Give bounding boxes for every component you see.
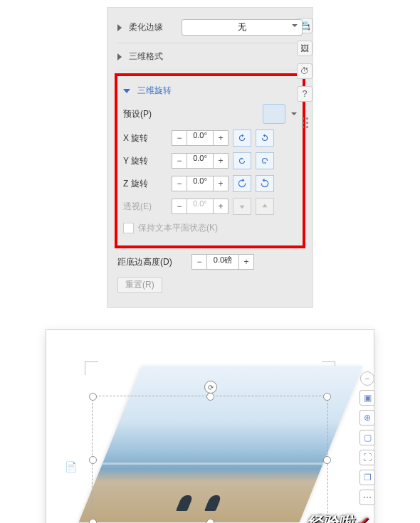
preset-label: 预设(P) [123,108,169,120]
resize-handle-bl[interactable] [89,519,97,523]
watermark-text: 经验啦 [307,514,354,523]
rotate-handle-icon[interactable]: ⟳ [204,381,217,393]
preset-row: 预设(P) [123,101,297,127]
y-plus-button[interactable]: + [213,153,229,169]
resize-handle-tl[interactable] [89,393,97,401]
checkmark-icon: ✓ [355,514,368,523]
format-panel: 📇 🖼 ⏱ ? 柔化边缘 无 三维格式 三维旋转 预设(P) [107,7,313,308]
resize-handle-tm[interactable] [206,393,214,401]
z-rotation-row: Z 旋转 − 0.0° + [123,172,297,195]
document-icon[interactable]: 📄 [65,461,77,472]
perspective-plus-button: + [213,199,229,214]
perspective-row: 透视(E) − 0.0° + [123,195,297,218]
keep-text-flat-label: 保持文本平面状态(K) [138,222,218,234]
perspective-up-button [256,198,274,215]
select-button[interactable]: ⛶ [359,450,375,465]
resize-handle-mr[interactable] [323,456,331,464]
y-rotate-down-button[interactable] [256,152,274,169]
document-canvas: 📄 ⟳ − ▣ ⊕ ▢ ⛶ ❐ ⋯ 经验啦✓ jingyanla.com [46,329,374,523]
keep-text-flat-checkbox [123,223,134,233]
x-rotate-left-button[interactable] [233,130,251,147]
perspective-minus-button: − [172,199,187,214]
x-rotation-input[interactable]: 0.0° [187,130,213,146]
soft-edges-value: 无 [238,22,246,32]
drag-handle-icon[interactable] [302,117,308,128]
chevron-right-icon [117,53,122,60]
soft-edges-label: 柔化边缘 [129,21,163,33]
soft-edges-dropdown[interactable]: 无 [182,19,303,36]
duplicate-button[interactable]: ❐ [359,470,375,485]
section-3d-rotation[interactable]: 三维旋转 [123,80,297,101]
x-rotate-right-button[interactable] [256,130,274,147]
section-3d-format[interactable]: 三维格式 [117,46,303,67]
perspective-label: 透视(E) [123,201,169,213]
section-soft-edges[interactable]: 柔化边缘 无 [117,15,303,40]
more-button[interactable]: ⋯ [359,490,375,505]
fit-button[interactable]: ▣ [359,390,375,406]
selection-bounds[interactable]: ⟳ [92,396,328,523]
y-rotation-row: Y 旋转 − 0.0° + [123,149,297,172]
perspective-down-button [233,198,251,215]
y-minus-button[interactable]: − [172,153,187,169]
distance-label: 距底边高度(D) [117,256,189,268]
perspective-input: 0.0° [187,199,213,214]
zoom-button[interactable]: ⊕ [359,410,375,426]
tab-help-icon[interactable]: ? [297,86,313,102]
y-rotate-up-button[interactable] [233,152,251,169]
resize-handle-ml[interactable] [89,456,97,464]
crop-button[interactable]: ▢ [359,430,375,445]
chevron-down-icon [123,89,130,93]
z-plus-button[interactable]: + [213,176,229,191]
highlight-rect: 三维旋转 预设(P) X 旋转 − 0.0° + Y 旋转 [115,73,305,248]
z-minus-button[interactable]: − [172,176,187,191]
x-rotation-row: X 旋转 − 0.0° + [123,127,297,149]
distance-row: 距底边高度(D) − 0.0磅 + [117,251,303,273]
tab-clock-icon[interactable]: ⏱ [297,63,313,79]
tab-picture-icon[interactable]: 🖼 [297,41,313,56]
distance-minus-button[interactable]: − [191,254,207,270]
threeD-rotate-label: 三维旋转 [137,85,172,97]
keep-text-flat-row: 保持文本平面状态(K) [123,218,297,238]
distance-input[interactable]: 0.0磅 [207,254,238,270]
x-plus-button[interactable]: + [213,130,229,146]
resize-handle-tr[interactable] [323,393,331,401]
z-rotation-label: Z 旋转 [123,178,169,190]
reset-button[interactable]: 重置(R) [117,277,162,293]
threeD-format-label: 三维格式 [129,51,163,63]
z-rotate-ccw-button[interactable] [233,175,251,192]
chevron-down-icon [292,24,298,27]
watermark: 经验啦✓ jingyanla.com [307,512,368,523]
z-rotate-cw-button[interactable] [256,175,274,192]
resize-handle-bm[interactable] [206,519,214,523]
z-rotation-input[interactable]: 0.0° [187,176,213,191]
zoom-out-button[interactable]: − [360,371,374,386]
y-rotation-input[interactable]: 0.0° [187,153,213,169]
x-minus-button[interactable]: − [172,130,187,146]
preset-picker[interactable] [263,104,285,124]
distance-plus-button[interactable]: + [238,254,254,270]
y-rotation-label: Y 旋转 [123,155,169,167]
chevron-right-icon [117,24,122,31]
x-rotation-label: X 旋转 [123,132,169,144]
canvas-tool-column: − ▣ ⊕ ▢ ⛶ ❐ ⋯ [358,371,377,505]
